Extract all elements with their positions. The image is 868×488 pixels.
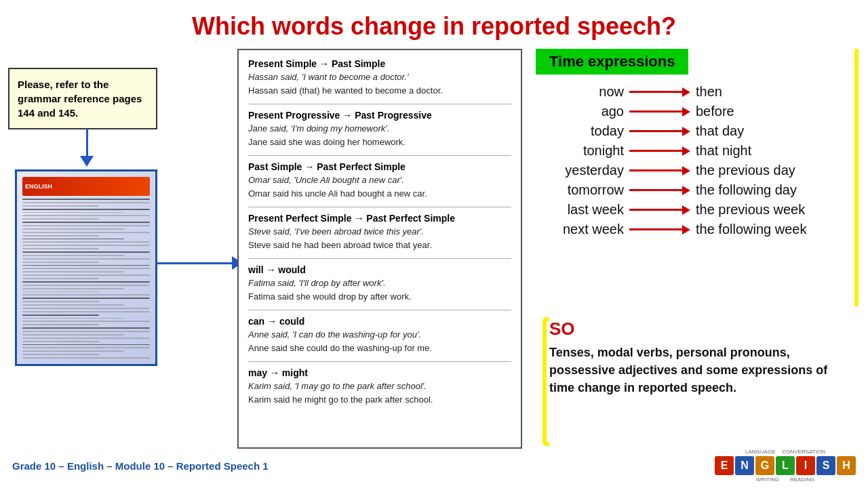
footer: Grade 10 – English – Module 10 – Reporte…: [0, 449, 868, 483]
time-left-ago: ago: [536, 104, 624, 119]
time-right-following-week: the following week: [696, 222, 806, 237]
time-arrow-icon: [629, 166, 690, 176]
section-line-4-2: Steve said he had been abroad twice that…: [248, 239, 511, 252]
section-line-3-1: Omar said, 'Uncle Ali bought a new car'.: [248, 174, 511, 187]
section-title-7: may → might: [248, 367, 511, 378]
time-expressions-header: Time expressions: [536, 49, 688, 75]
section-line-4-1: Steve said, 'I've been abroad twice this…: [248, 225, 511, 239]
section-title-3: Past Simple → Past Perfect Simple: [248, 161, 511, 172]
yellow-vertical-line: [854, 49, 859, 306]
time-arrow-icon: [629, 127, 690, 136]
logo-h: H: [837, 456, 856, 475]
grammar-reference-text: Please, refer to the grammar reference p…: [18, 79, 142, 119]
so-word: SO: [549, 319, 848, 340]
time-right-before: before: [696, 104, 734, 119]
time-left-now: now: [536, 84, 624, 100]
time-arrow-icon: [629, 205, 690, 215]
logo-bottom-row: WRITING READING: [756, 476, 815, 483]
section-line-2-2: Jane said she was doing her homework.: [248, 136, 511, 149]
section-line-2-1: Jane said, 'I'm doing my homework'.: [248, 122, 511, 136]
time-arrow-icon: [629, 87, 690, 97]
section-line-3-2: Omar said his uncle Ali had bought a new…: [248, 187, 511, 201]
time-arrow-icon: [629, 225, 690, 235]
section-line-7-1: Karim said, 'I may go to the park after …: [248, 380, 511, 393]
time-left-tomorrow: tomorrow: [536, 182, 624, 198]
time-right-previous-day: the previous day: [696, 163, 795, 178]
section-present-simple: Present Simple → Past Simple Hassan said…: [248, 58, 511, 97]
section-title-6: can → could: [248, 316, 511, 327]
time-left-tonight: tonight: [536, 143, 624, 159]
section-present-progressive: Present Progressive → Past Progressive J…: [248, 110, 511, 148]
section-title-4: Present Perfect Simple → Past Perfect Si…: [248, 213, 511, 224]
time-right-following-day: the following day: [696, 182, 797, 198]
book-image: ENGLISH: [15, 169, 157, 366]
section-present-perfect: Present Perfect Simple → Past Perfect Si…: [248, 213, 511, 251]
time-right-then: then: [696, 84, 722, 100]
logo-letters: E N G L I S H: [715, 456, 856, 475]
time-right-previous-week: the previous week: [696, 202, 805, 218]
time-row-yesterday: yesterday the previous day: [536, 163, 854, 178]
arrow-right-icon: [157, 256, 243, 270]
section-title-5: will → would: [248, 264, 511, 275]
time-row-tomorrow: tomorrow the following day: [536, 182, 854, 198]
time-row-tonight: tonight that night: [536, 143, 854, 159]
time-left-yesterday: yesterday: [536, 163, 624, 178]
section-title-2: Present Progressive → Past Progressive: [248, 110, 511, 121]
section-line-6-2: Anne said she could do the washing-up fo…: [248, 342, 511, 355]
footer-text: Grade 10 – English – Module 10 – Reporte…: [12, 460, 269, 472]
time-rows: now then ago before today that day tonig…: [536, 84, 854, 237]
grammar-reference-box: Please, refer to the grammar reference p…: [8, 68, 157, 129]
section-title-1: Present Simple → Past Simple: [248, 58, 511, 69]
section-past-simple: Past Simple → Past Perfect Simple Omar s…: [248, 161, 511, 200]
time-left-next-week: next week: [536, 222, 624, 237]
time-left-last-week: last week: [536, 202, 624, 218]
time-row-next-week: next week the following week: [536, 222, 854, 237]
section-line-1-2: Hassan said (that) he wanted to become a…: [248, 84, 511, 98]
section-line-5-2: Fatima said she would drop by after work…: [248, 290, 511, 304]
time-row-now: now then: [536, 84, 854, 100]
logo-s: S: [816, 456, 835, 475]
logo-e: E: [715, 456, 734, 475]
arrow-down-icon: [80, 129, 94, 167]
page-title: Which words change in reported speech?: [0, 0, 868, 47]
logo-i: I: [796, 456, 815, 475]
time-row-last-week: last week the previous week: [536, 202, 854, 218]
time-left-today: today: [536, 123, 624, 139]
section-line-5-1: Fatima said, 'I'll drop by after work'.: [248, 277, 511, 290]
english-logo: LANGUAGE CONVERSATION E N G L I S H WRIT…: [715, 449, 856, 483]
section-line-6-1: Anne said, 'I can do the washing-up for …: [248, 328, 511, 342]
section-may-might: may → might Karim said, 'I may go to the…: [248, 367, 511, 406]
time-expressions-section: Time expressions now then ago before tod…: [536, 49, 854, 237]
time-arrow-icon: [629, 186, 690, 195]
section-line-1-1: Hassan said, 'I want to become a doctor.…: [248, 70, 511, 84]
section-can-could: can → could Anne said, 'I can do the was…: [248, 316, 511, 354]
time-right-that-day: that day: [696, 123, 744, 139]
section-line-7-2: Karim said he might go to the park after…: [248, 393, 511, 407]
so-section: SO Tenses, modal verbs, personal pronoun…: [549, 319, 848, 396]
examples-box: Present Simple → Past Simple Hassan said…: [237, 49, 522, 449]
logo-n: N: [735, 456, 754, 475]
yellow-bracket-icon: [542, 317, 549, 446]
time-row-ago: ago before: [536, 104, 854, 119]
time-row-today: today that day: [536, 123, 854, 139]
so-text: Tenses, modal verbs, personal pronouns, …: [549, 344, 848, 396]
section-will-would: will → would Fatima said, 'I'll drop by …: [248, 264, 511, 303]
time-arrow-icon: [629, 107, 690, 117]
logo-l: L: [776, 456, 795, 475]
logo-top-row: LANGUAGE CONVERSATION: [745, 449, 825, 455]
time-arrow-icon: [629, 146, 690, 156]
time-right-that-night: that night: [696, 143, 751, 159]
logo-g: G: [755, 456, 774, 475]
